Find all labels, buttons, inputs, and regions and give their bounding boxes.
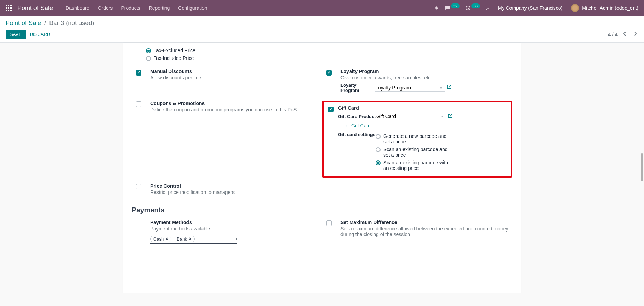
user-menu[interactable]: Mitchell Admin (odoo_ent) xyxy=(582,5,638,11)
nav-dashboard[interactable]: Dashboard xyxy=(61,5,94,11)
label-gc-opt1: Generate a new barcode and set a price xyxy=(383,133,453,144)
external-link-gc-product[interactable] xyxy=(448,114,452,119)
caret-gc-product[interactable]: ▾ xyxy=(441,115,443,118)
apps-icon[interactable] xyxy=(6,5,12,11)
svg-rect-0 xyxy=(6,5,7,6)
radio-gc-opt2[interactable] xyxy=(376,147,381,152)
radio-gc-opt1[interactable] xyxy=(376,134,381,139)
pager-prev[interactable] xyxy=(622,31,628,38)
tag-cash[interactable]: Cash ✕ xyxy=(150,236,171,242)
desc-price-control: Restrict price modification to managers xyxy=(150,189,322,195)
nav-products[interactable]: Products xyxy=(117,5,144,11)
desc-payment-methods: Payment methods available xyxy=(150,226,322,232)
company-switcher[interactable]: My Company (San Francisco) xyxy=(494,5,567,11)
breadcrumb-sep: / xyxy=(44,19,46,26)
form-sheet: Tax-Excluded Price Tax-Included Price Ma… xyxy=(123,43,521,293)
label-gc-opt2: Scan an existing barcode and set a price xyxy=(383,147,453,158)
section-payments: Payments xyxy=(132,206,512,214)
caret-loyalty[interactable]: ▾ xyxy=(440,86,442,90)
nav-reporting[interactable]: Reporting xyxy=(145,5,174,11)
pager-value[interactable]: 4 / 4 xyxy=(608,32,618,37)
tag-bank-label: Bank xyxy=(177,236,187,242)
title-coupons: Coupons & Promotions xyxy=(150,101,322,106)
debug-icon[interactable] xyxy=(483,5,494,11)
label-gc-product: Gift Card Product xyxy=(338,114,376,119)
tag-bank-remove[interactable]: ✕ xyxy=(189,237,192,241)
svg-line-13 xyxy=(435,9,436,9)
breadcrumb-root[interactable]: Point of Sale xyxy=(6,19,41,26)
label-gc-settings: Gift card settings xyxy=(338,131,376,137)
tag-cash-label: Cash xyxy=(153,236,164,242)
svg-rect-1 xyxy=(8,5,9,6)
svg-rect-8 xyxy=(10,10,12,11)
tag-bank[interactable]: Bank ✕ xyxy=(174,236,195,242)
radio-tax-included[interactable] xyxy=(146,56,151,61)
top-navbar: Point of Sale Dashboard Orders Products … xyxy=(0,0,644,16)
tag-cash-remove[interactable]: ✕ xyxy=(165,237,168,241)
checkbox-price-control[interactable] xyxy=(136,184,141,189)
svg-line-11 xyxy=(435,7,436,8)
save-button[interactable]: Save xyxy=(6,30,26,39)
title-manual-discounts: Manual Discounts xyxy=(150,69,322,74)
nav-orders[interactable]: Orders xyxy=(94,5,117,11)
svg-rect-7 xyxy=(8,10,9,11)
messages-icon[interactable]: 22 xyxy=(442,6,462,10)
input-loyalty-program[interactable] xyxy=(375,84,445,92)
desc-coupons: Define the coupon and promotion programs… xyxy=(150,107,322,112)
tags-caret[interactable]: ▾ xyxy=(236,237,237,241)
discard-button[interactable]: Discard xyxy=(26,30,55,39)
checkbox-loyalty[interactable] xyxy=(326,70,332,76)
nav-configuration[interactable]: Configuration xyxy=(174,5,211,11)
pager-next[interactable] xyxy=(632,31,638,38)
app-brand[interactable]: Point of Sale xyxy=(17,5,53,12)
activities-icon[interactable]: 38 xyxy=(462,5,483,11)
desc-max-difference: Set a maximum difference allowed between… xyxy=(340,226,512,237)
svg-rect-6 xyxy=(6,10,7,11)
scrollbar-thumb[interactable] xyxy=(641,153,643,181)
svg-rect-4 xyxy=(8,7,9,9)
messages-badge: 22 xyxy=(451,3,459,8)
breadcrumb-current: Bar 3 (not used) xyxy=(49,19,94,26)
label-loyalty-program: Loyalty Program xyxy=(340,83,375,93)
label-tax-included: Tax-Included Price xyxy=(154,55,194,61)
input-payment-methods[interactable]: Cash ✕ Bank ✕ ▾ xyxy=(150,236,237,244)
svg-line-12 xyxy=(438,7,438,8)
svg-rect-5 xyxy=(10,7,12,9)
title-gift-card: Gift Card xyxy=(338,105,511,111)
bug-icon[interactable] xyxy=(431,6,442,10)
radio-tax-excluded[interactable] xyxy=(146,48,151,53)
title-payment-methods: Payment Methods xyxy=(150,220,322,225)
pager: 4 / 4 xyxy=(608,31,638,38)
desc-manual-discounts: Allow discounts per line xyxy=(150,75,322,80)
title-loyalty: Loyalty Program xyxy=(340,69,512,74)
title-max-difference: Set Maximum Difference xyxy=(340,220,512,225)
label-gc-opt3: Scan an existing barcode with an existin… xyxy=(383,160,453,171)
svg-rect-2 xyxy=(10,5,12,6)
activities-badge: 38 xyxy=(472,3,480,8)
arrow-right-icon: → xyxy=(344,123,348,128)
link-gift-card[interactable]: Gift Card xyxy=(351,123,371,128)
desc-loyalty: Give customer rewards, free samples, etc… xyxy=(340,75,512,80)
checkbox-manual-discounts[interactable] xyxy=(136,70,141,76)
title-price-control: Price Control xyxy=(150,183,322,189)
gift-card-highlight: Gift Card Gift Card Product ▾ → Gift Car… xyxy=(322,101,512,178)
label-tax-excluded: Tax-Excluded Price xyxy=(154,48,196,53)
input-gc-product[interactable] xyxy=(376,113,446,120)
svg-line-14 xyxy=(438,9,438,9)
checkbox-coupons[interactable] xyxy=(136,101,141,107)
checkbox-max-difference[interactable] xyxy=(326,220,332,226)
user-avatar[interactable] xyxy=(571,4,579,12)
breadcrumb: Point of Sale / Bar 3 (not used) xyxy=(6,19,638,27)
radio-gc-opt3[interactable] xyxy=(376,160,381,165)
external-link-loyalty[interactable] xyxy=(447,85,451,91)
checkbox-gift-card[interactable] xyxy=(328,107,334,112)
svg-rect-3 xyxy=(6,7,7,9)
control-panel: Point of Sale / Bar 3 (not used) Save Di… xyxy=(0,16,644,43)
svg-point-9 xyxy=(436,7,438,9)
